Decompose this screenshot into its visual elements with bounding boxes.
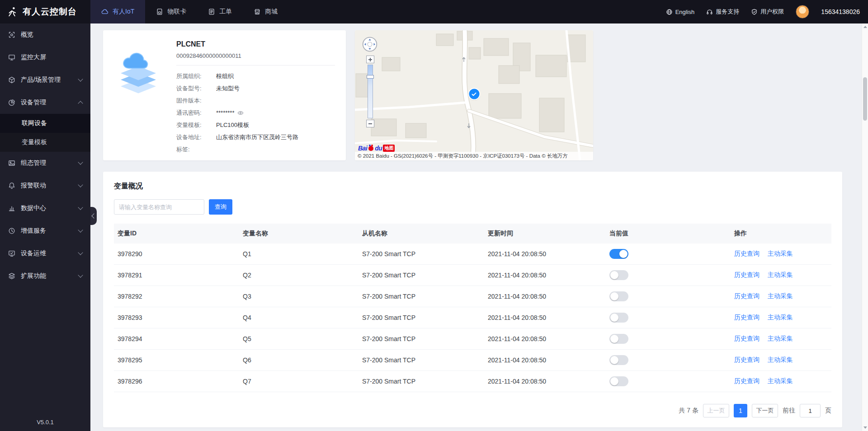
cell-variable-name: Q2 <box>241 272 360 279</box>
sidebar-item-monitor-screen[interactable]: 监控大屏 <box>0 46 90 69</box>
active-collect-link[interactable]: 主动采集 <box>768 356 793 364</box>
sidebar-item-extensions[interactable]: 扩展功能 <box>0 265 90 287</box>
history-query-link[interactable]: 历史查询 <box>734 356 760 364</box>
sim-icon <box>156 8 163 15</box>
active-collect-link[interactable]: 主动采集 <box>768 314 793 322</box>
sidebar-item-overview[interactable]: 概览 <box>0 23 90 46</box>
cell-slave-name: S7-200 Smart TCP <box>360 378 486 385</box>
sidebar-subitem-variable-templates[interactable]: 变量模板 <box>0 133 90 152</box>
cell-slave-name: S7-200 Smart TCP <box>360 250 486 258</box>
history-query-link[interactable]: 历史查询 <box>734 250 760 258</box>
sidebar-item-config-management[interactable]: 组态管理 <box>0 152 90 174</box>
cell-actions: 历史查询主动采集 <box>732 335 830 343</box>
scrollbar-thumb[interactable] <box>863 77 867 121</box>
field-value: ******** <box>216 109 244 116</box>
tab-sim-card[interactable]: 物联卡 <box>145 0 197 23</box>
page-1-button[interactable]: 1 <box>734 404 747 417</box>
topbar-permissions[interactable]: 用户权限 <box>751 8 784 16</box>
history-query-link[interactable]: 历史查询 <box>734 292 760 300</box>
chevron-up-icon <box>78 101 83 106</box>
user-avatar[interactable] <box>796 5 809 19</box>
tab-iot[interactable]: 有人IoT <box>90 0 145 23</box>
goto-label: 前往 <box>783 407 795 415</box>
tab-mall[interactable]: 商城 <box>243 0 288 23</box>
goto-page-input[interactable] <box>800 404 821 417</box>
table-body: 3978290Q1S7-200 Smart TCP2021-11-04 20:0… <box>114 244 831 392</box>
history-query-link[interactable]: 历史查询 <box>734 377 760 385</box>
map-card[interactable]: Bai du 地图 © 2021 Baidu - GS(2021)6026号 -… <box>355 30 593 160</box>
header-cell: 更新时间 <box>486 230 608 238</box>
toggle-knob <box>610 292 618 300</box>
map-pan-control[interactable] <box>362 36 378 52</box>
cell-variable-id: 3978295 <box>116 356 241 364</box>
active-collect-link[interactable]: 主动采集 <box>768 292 793 300</box>
tab-label-mall: 商城 <box>265 8 278 16</box>
map-device-marker[interactable] <box>469 89 479 99</box>
device-field: 所属组织:根组织 <box>176 70 335 82</box>
scrollbar-down-icon[interactable] <box>863 426 867 429</box>
scrollbar-up-icon[interactable] <box>863 26 867 28</box>
history-query-link[interactable]: 历史查询 <box>734 335 760 343</box>
cell-variable-name: Q1 <box>241 250 360 258</box>
active-collect-link[interactable]: 主动采集 <box>768 335 793 343</box>
field-label: 固件版本: <box>176 97 216 105</box>
device-field: 标签: <box>176 143 335 155</box>
history-query-link[interactable]: 历史查询 <box>734 271 760 279</box>
sidebar-item-label: 增值服务 <box>21 227 73 235</box>
cell-variable-id: 3978290 <box>116 250 241 258</box>
sidebar-item-alarm-linkage[interactable]: 报警联动 <box>0 174 90 197</box>
value-toggle[interactable] <box>609 249 628 259</box>
sidebar-item-device-ops[interactable]: 设备运维 <box>0 242 90 265</box>
map-zoom-slider[interactable] <box>368 65 373 118</box>
sidebar-subitem-connected-devices[interactable]: 联网设备 <box>0 114 90 133</box>
value-toggle[interactable] <box>609 376 628 386</box>
sidebar-item-product-management[interactable]: 产品/场景管理 <box>0 69 90 91</box>
page-scrollbar[interactable] <box>862 23 868 431</box>
history-query-link[interactable]: 历史查询 <box>734 314 760 322</box>
map-zoom-slider-handle[interactable] <box>367 75 374 79</box>
header-cell: 当前值 <box>608 230 732 238</box>
device-field: 变量模板:PLC100模板 <box>176 119 335 131</box>
device-field: 设备地址:山东省济南市历下区茂岭三号路 <box>176 131 335 143</box>
table-row: 3978294Q5S7-200 Smart TCP2021-11-04 20:0… <box>114 328 831 350</box>
sidebar-collapse-handle[interactable] <box>90 207 97 225</box>
value-toggle[interactable] <box>609 291 628 301</box>
active-collect-link[interactable]: 主动采集 <box>768 271 793 279</box>
topbar-language[interactable]: English <box>666 8 695 16</box>
sidebar-item-label: 设备管理 <box>21 98 73 107</box>
globe-icon <box>666 9 673 15</box>
map-zoom-out-button[interactable] <box>366 120 374 127</box>
cell-current-value <box>608 291 732 301</box>
field-label: 通讯密码: <box>176 109 216 117</box>
sidebar-item-label: 扩展功能 <box>21 272 73 280</box>
sidebar-item-device-management[interactable]: 设备管理 <box>0 91 90 114</box>
device-field: 固件版本: <box>176 94 335 107</box>
value-toggle[interactable] <box>609 355 628 365</box>
value-toggle[interactable] <box>609 334 628 344</box>
sidebar-item-label: 设备运维 <box>21 249 73 258</box>
value-toggle[interactable] <box>609 270 628 280</box>
map-zoom-in-button[interactable] <box>366 56 374 63</box>
sidebar-item-data-center[interactable]: 数据中心 <box>0 197 90 220</box>
sidebar-item-label: 报警联动 <box>21 182 73 190</box>
cell-variable-name: Q3 <box>241 293 360 300</box>
sidebar-item-value-added[interactable]: 增值服务 <box>0 220 90 242</box>
active-collect-link[interactable]: 主动采集 <box>768 377 793 385</box>
cell-variable-id: 3978294 <box>116 335 241 342</box>
tab-work-order[interactable]: 工单 <box>197 0 243 23</box>
baidu-logo-right: du <box>375 145 382 152</box>
value-toggle[interactable] <box>609 313 628 323</box>
store-icon <box>254 8 261 15</box>
next-page-button[interactable]: 下一页 <box>752 404 778 417</box>
eye-icon[interactable] <box>237 110 244 116</box>
toggle-knob <box>610 377 618 385</box>
variable-search-input[interactable] <box>114 199 204 215</box>
cell-slave-name: S7-200 Smart TCP <box>360 293 486 300</box>
search-button[interactable]: 查询 <box>209 199 232 215</box>
chevron-down-icon <box>78 250 83 255</box>
cell-actions: 历史查询主动采集 <box>732 377 830 385</box>
topbar-support[interactable]: 服务支持 <box>706 8 739 16</box>
active-collect-link[interactable]: 主动采集 <box>768 250 793 258</box>
device-cloud-stack-icon <box>107 35 170 153</box>
prev-page-button[interactable]: 上一页 <box>703 404 729 417</box>
